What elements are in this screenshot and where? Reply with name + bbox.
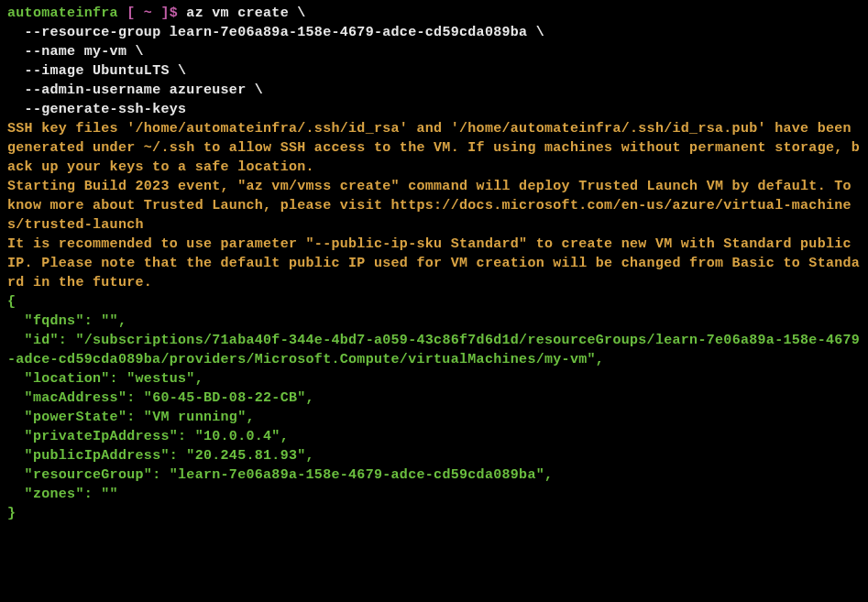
command-line-5: --admin-username azureuser \ — [7, 82, 263, 98]
prompt-user: automateinfra — [7, 5, 118, 21]
json-publicip: "publicIpAddress": "20.245.81.93", — [7, 448, 314, 464]
terminal-output[interactable]: automateinfra [ ~ ]$ az vm create \ --re… — [7, 4, 861, 523]
json-fqdns: "fqdns": "", — [7, 313, 126, 329]
warning-build-2023: Starting Build 2023 event, "az vm/vmss c… — [7, 179, 860, 233]
prompt-path: ~ — [144, 5, 152, 21]
command-line-4: --image UbuntuLTS \ — [7, 63, 186, 79]
command-line-1: az vm create \ — [186, 5, 305, 21]
json-location: "location": "westus", — [7, 371, 203, 387]
json-powerstate: "powerState": "VM running", — [7, 410, 255, 425]
command-line-2: --resource-group learn-7e06a89a-158e-467… — [7, 25, 544, 40]
json-resourcegroup: "resourceGroup": "learn-7e06a89a-158e-46… — [7, 467, 553, 483]
json-id: "id": "/subscriptions/71aba40f-344e-4bd7… — [7, 333, 860, 367]
command-line-3: --name my-vm \ — [7, 44, 144, 60]
json-open-brace: { — [7, 294, 16, 310]
json-macaddress: "macAddress": "60-45-BD-08-22-CB", — [7, 390, 314, 406]
json-zones: "zones": "" — [7, 487, 118, 502]
prompt-bracket-open: [ — [118, 5, 144, 21]
command-line-6: --generate-ssh-keys — [7, 102, 186, 117]
json-privateip: "privateIpAddress": "10.0.0.4", — [7, 429, 289, 444]
warning-ssh-key: SSH key files '/home/automateinfra/.ssh/… — [7, 121, 860, 175]
prompt-bracket-close: ] — [152, 5, 170, 21]
prompt-symbol: $ — [170, 5, 187, 21]
json-close-brace: } — [7, 506, 16, 521]
warning-public-ip: It is recommended to use parameter "--pu… — [7, 236, 860, 290]
